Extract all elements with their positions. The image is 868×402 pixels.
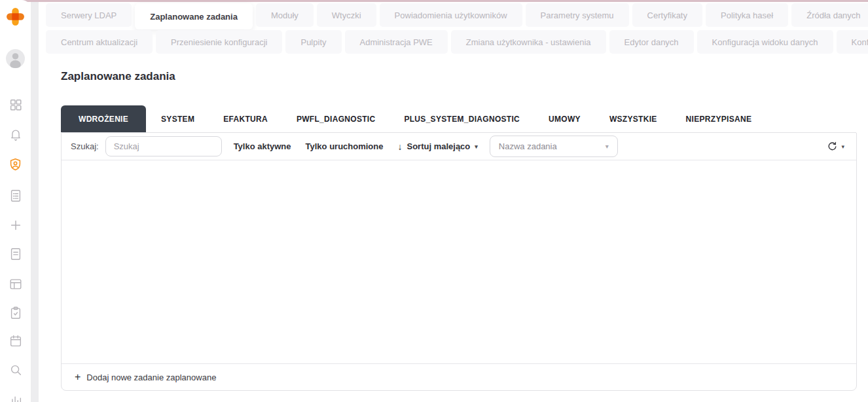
task-tab-pwfl-diagnostic[interactable]: PWFL_DIAGNOSTIC xyxy=(283,105,389,132)
nav-tab-edytor-danych[interactable]: Edytor danych xyxy=(609,30,694,54)
task-tab-nieprzypisane[interactable]: NIEPRZYPISANE xyxy=(672,105,766,132)
top-accent-strip xyxy=(18,0,868,2)
task-category-tabs: WDROŻENIE SYSTEM EFAKTURA PWFL_DIAGNOSTI… xyxy=(61,105,765,132)
app-window: Serwery LDAP Zaplanowane zadania Moduły … xyxy=(0,0,868,402)
task-tab-umowy[interactable]: UMOWY xyxy=(535,105,594,132)
top-nav-row-2: Centrum aktualizacji Przeniesienie konfi… xyxy=(46,30,868,54)
arrow-down-icon: ↓ xyxy=(397,141,402,152)
nav-tab-polityka-hasel[interactable]: Polityka haseł xyxy=(706,3,788,27)
nav-tab-administracja-pwe[interactable]: Administracja PWE xyxy=(345,30,448,54)
security-shield-user-icon[interactable] xyxy=(7,156,24,173)
notifications-bell-icon[interactable] xyxy=(7,126,24,143)
sidebar-gutter xyxy=(31,0,39,402)
sort-order-button[interactable]: ↓ Sortuj malejąco ▾ xyxy=(397,141,477,152)
layout-table-icon[interactable] xyxy=(7,276,24,292)
search-input[interactable] xyxy=(105,136,222,156)
nav-tab-parametry-systemu[interactable]: Parametry systemu xyxy=(526,3,629,27)
task-tab-efaktura[interactable]: EFAKTURA xyxy=(209,105,281,132)
apps-grid-icon[interactable] xyxy=(7,96,24,113)
nav-tab-certyfikaty[interactable]: Certyfikaty xyxy=(632,3,702,27)
select-caret-icon: ▾ xyxy=(606,143,609,150)
refresh-icon xyxy=(827,141,838,152)
app-logo xyxy=(5,7,26,27)
nav-tab-zaplanowane-zadania[interactable]: Zaplanowane zadania xyxy=(135,3,253,29)
caret-down-icon: ▾ xyxy=(475,143,478,150)
task-tab-wdrozenie[interactable]: WDROŻENIE xyxy=(61,105,146,132)
task-tab-plus-system-diagnostic[interactable]: PLUS_SYSTEM_DIAGNOSTIC xyxy=(390,105,533,132)
nav-tab-pulpity[interactable]: Pulpity xyxy=(285,30,341,54)
nav-tab-zrodla-danych[interactable]: Źródła danych xyxy=(791,3,868,27)
nav-tab-przeniesienie-konfiguracji[interactable]: Przeniesienie konfiguracji xyxy=(156,30,282,54)
search-label: Szukaj: xyxy=(71,141,99,151)
add-task-label: Dodaj nowe zadanie zaplanowane xyxy=(86,373,216,382)
clipboard-check-icon[interactable] xyxy=(7,304,24,321)
task-list-panel: Szukaj: Tylko aktywne Tylko uruchomione … xyxy=(61,132,857,391)
sort-order-label: Sortuj malejąco xyxy=(407,141,470,151)
only-running-toggle[interactable]: Tylko uruchomione xyxy=(306,141,384,151)
task-tab-wszystkie[interactable]: WSZYSTKIE xyxy=(596,105,671,132)
task-list-empty-area xyxy=(62,160,856,363)
document-icon[interactable] xyxy=(7,246,24,262)
document-tasks-icon[interactable] xyxy=(7,187,24,204)
refresh-caret-icon: ▾ xyxy=(841,143,844,150)
page-title: Zaplanowane zadania xyxy=(61,70,175,83)
only-active-toggle[interactable]: Tylko aktywne xyxy=(234,141,291,151)
refresh-button[interactable]: ▾ xyxy=(824,138,847,155)
nav-tab-centrum-aktualizacji[interactable]: Centrum aktualizacji xyxy=(46,30,153,54)
task-name-select[interactable]: Nazwa zadania ▾ xyxy=(490,136,618,157)
calendar-icon[interactable] xyxy=(7,333,24,349)
bar-chart-icon[interactable] xyxy=(7,390,24,402)
nav-tab-konfiguracja-wtyczek[interactable]: Konfiguracja wtyczek xyxy=(837,30,868,54)
panel-footer: + Dodaj nowe zadanie zaplanowane xyxy=(62,363,856,390)
nav-tab-moduly[interactable]: Moduły xyxy=(256,3,314,27)
user-avatar[interactable] xyxy=(5,48,26,69)
search-icon[interactable] xyxy=(7,361,24,378)
sidebar xyxy=(0,0,31,402)
top-nav-row-1: Serwery LDAP Zaplanowane zadania Moduły … xyxy=(46,3,868,29)
task-name-select-value: Nazwa zadania xyxy=(499,141,557,151)
nav-tab-zmiana-uzytkownika-ustawienia[interactable]: Zmiana użytkownika - ustawienia xyxy=(451,30,606,54)
add-task-button[interactable]: + Dodaj nowe zadanie zaplanowane xyxy=(75,372,216,382)
plus-icon: + xyxy=(75,372,81,382)
task-tab-system[interactable]: SYSTEM xyxy=(147,105,208,132)
nav-tab-serwery-ldap[interactable]: Serwery LDAP xyxy=(46,3,132,27)
nav-tab-konfiguracja-widoku-danych[interactable]: Konfiguracja widoku danych xyxy=(697,30,833,54)
filter-toolbar: Szukaj: Tylko aktywne Tylko uruchomione … xyxy=(62,133,856,160)
add-plus-icon[interactable] xyxy=(7,217,24,233)
nav-tab-powiadomienia-uzytkownikow[interactable]: Powiadomienia użytkowników xyxy=(380,3,522,27)
nav-tab-wtyczki[interactable]: Wtyczki xyxy=(317,3,376,27)
